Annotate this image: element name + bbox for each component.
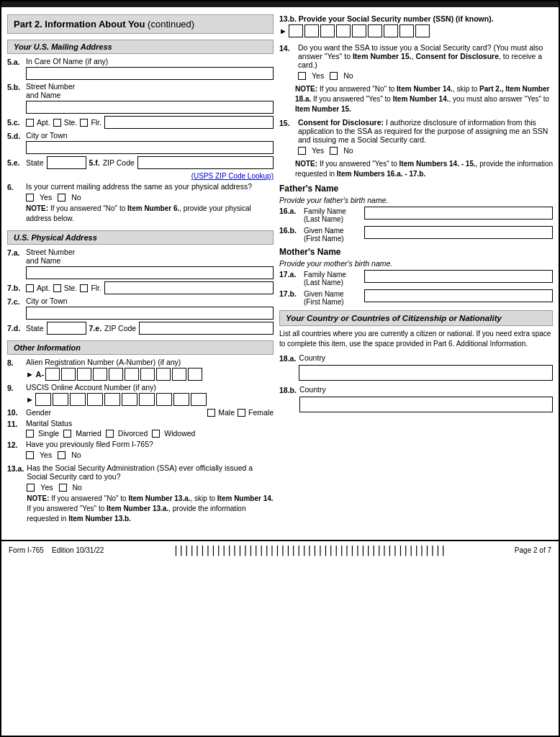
item-5b: 5.b. Street Numberand Name xyxy=(7,82,274,114)
ssn-box-7[interactable] xyxy=(384,24,398,37)
uscis-box-3[interactable] xyxy=(70,393,86,406)
ste-7b-checkbox[interactable] xyxy=(53,284,61,292)
item-5d-input[interactable] xyxy=(26,141,274,154)
item-7b-num: 7.b. xyxy=(7,284,23,292)
other-info-header: Other Information xyxy=(7,340,274,355)
item-7c-input[interactable] xyxy=(26,307,274,320)
item-15-yes-checkbox[interactable] xyxy=(298,147,306,155)
alien-box-3[interactable] xyxy=(77,368,91,381)
item-18a-content: Country xyxy=(299,353,553,381)
ssn-box-6[interactable] xyxy=(368,24,382,37)
item-5b-content: Street Numberand Name xyxy=(26,82,274,114)
item-5c-input[interactable] xyxy=(104,116,274,129)
ssn-box-2[interactable] xyxy=(304,24,319,37)
female-checkbox[interactable] xyxy=(238,409,245,417)
alien-box-10[interactable] xyxy=(188,368,202,381)
part2-suffix: (continued) xyxy=(148,19,194,30)
item-7c-content: City or Town xyxy=(26,297,274,320)
ssn-box-9[interactable] xyxy=(415,24,430,37)
item-5d: 5.d. City or Town xyxy=(7,131,274,154)
uscis-box-7[interactable] xyxy=(139,393,155,406)
single-label: Single xyxy=(38,429,59,438)
uscis-box-1[interactable] xyxy=(35,393,51,406)
zip-lookup-link[interactable]: (USPS ZIP Code Lookup) xyxy=(191,172,274,180)
single-checkbox[interactable] xyxy=(26,430,34,438)
item-15-num: 15. xyxy=(279,118,295,127)
item-7e-input[interactable] xyxy=(139,322,274,335)
ste-label: Ste. xyxy=(64,118,78,127)
ssn-box-3[interactable] xyxy=(320,24,335,37)
item-17b-input[interactable] xyxy=(364,289,553,302)
alien-box-2[interactable] xyxy=(61,368,76,381)
item-13a-yes-checkbox[interactable] xyxy=(27,484,35,492)
uscis-box-8[interactable] xyxy=(156,393,172,406)
uscis-box-5[interactable] xyxy=(104,393,120,406)
ssn-box-1[interactable] xyxy=(289,24,303,37)
item-6-yes-checkbox[interactable] xyxy=(26,194,34,202)
item-5e-input[interactable] xyxy=(47,156,86,169)
alien-box-4[interactable] xyxy=(93,368,107,381)
item-6-num: 6. xyxy=(7,182,23,191)
flr-checkbox[interactable] xyxy=(80,119,88,127)
ssn-box-4[interactable] xyxy=(336,24,351,37)
item-15-yesno: Yes No xyxy=(298,146,553,155)
item-16a-input[interactable] xyxy=(364,207,553,220)
item-14-label: Do you want the SSA to issue you a Socia… xyxy=(298,43,553,69)
married-checkbox[interactable] xyxy=(63,430,71,438)
item-5a-input[interactable] xyxy=(26,67,274,80)
item-15: 15. Consent for Disclosure: I authorize … xyxy=(279,118,553,157)
item-16b-input[interactable] xyxy=(364,226,553,239)
item-12-no-checkbox[interactable] xyxy=(58,451,66,459)
flr-7b-checkbox[interactable] xyxy=(80,284,88,292)
alien-box-5[interactable] xyxy=(109,368,123,381)
item-7d-input[interactable] xyxy=(47,322,86,335)
left-column: Part 2. Information About You (continued… xyxy=(7,14,274,528)
item-8-content: Alien Registration Number (A-Number) (if… xyxy=(26,358,274,381)
item-18b-input[interactable] xyxy=(299,397,553,412)
uscis-box-2[interactable] xyxy=(53,393,68,406)
item-7b-input[interactable] xyxy=(104,281,274,294)
item-7a-input[interactable] xyxy=(26,266,274,279)
item-13b: 13.b. Provide your Social Security numbe… xyxy=(279,14,553,39)
item-8-alien-row: ► A- xyxy=(26,368,274,381)
apt-7b-checkbox[interactable] xyxy=(26,284,34,292)
alien-box-6[interactable] xyxy=(125,368,139,381)
item-15-label: Consent for Disclosure: I authorize disc… xyxy=(298,118,553,144)
alien-box-1[interactable] xyxy=(45,368,60,381)
item-15-no-checkbox[interactable] xyxy=(330,147,338,155)
uscis-box-9[interactable] xyxy=(173,393,189,406)
item-14-yes-checkbox[interactable] xyxy=(298,72,306,80)
widowed-checkbox[interactable] xyxy=(152,430,160,438)
item-7e-num: 7.e. xyxy=(89,324,102,333)
item-17a-input[interactable] xyxy=(364,270,553,283)
item-5b-input[interactable] xyxy=(26,101,274,114)
mothers-name-header: Mother's Name xyxy=(279,247,553,257)
item-14-no-checkbox[interactable] xyxy=(330,72,338,80)
item-13a-no-checkbox[interactable] xyxy=(59,484,67,492)
uscis-box-10[interactable] xyxy=(191,393,207,406)
item-13b-label: 13.b. Provide your Social Security numbe… xyxy=(279,14,553,23)
male-checkbox[interactable] xyxy=(207,409,215,417)
item-9-uscis-row: ► xyxy=(26,393,274,406)
apt-checkbox[interactable] xyxy=(26,119,34,127)
item-17b-sublabel: Given Name(First Name) xyxy=(304,289,361,306)
item-18a-input[interactable] xyxy=(299,365,553,381)
item-6-no-checkbox[interactable] xyxy=(58,194,66,202)
ssn-box-5[interactable] xyxy=(352,24,366,37)
item-5f-input[interactable] xyxy=(137,156,274,169)
item-7a-content: Street Numberand Name xyxy=(26,248,274,279)
item-6-label: Is your current mailing address the same… xyxy=(26,182,274,191)
item-5c: 5.c. Apt. Ste. Flr. xyxy=(7,116,274,129)
uscis-box-6[interactable] xyxy=(122,393,137,406)
ste-checkbox[interactable] xyxy=(53,119,61,127)
item-13b-ssn-row: ► xyxy=(279,24,553,37)
item-6-note: NOTE: If you answered "No" to Item Numbe… xyxy=(26,204,274,224)
ssn-box-8[interactable] xyxy=(399,24,414,37)
item-13b-prefix: ► xyxy=(279,27,287,35)
alien-box-7[interactable] xyxy=(140,368,155,381)
uscis-box-4[interactable] xyxy=(87,393,103,406)
alien-box-9[interactable] xyxy=(172,368,186,381)
divorced-checkbox[interactable] xyxy=(106,430,114,438)
item-12-yes-checkbox[interactable] xyxy=(26,451,34,459)
alien-box-8[interactable] xyxy=(156,368,171,381)
